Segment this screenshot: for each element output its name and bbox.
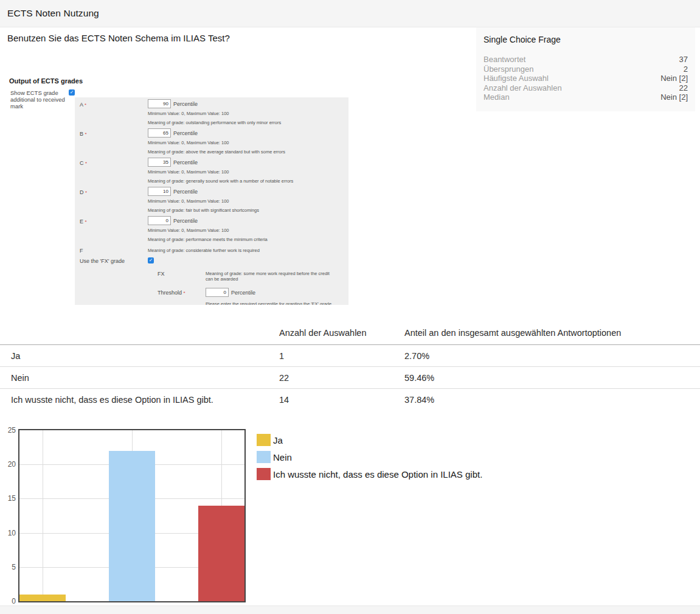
minmax-hint: Minimum Value: 0, Maximum Value: 100 — [148, 140, 342, 145]
grade-meaning: Meaning of grade: fair but with signific… — [148, 208, 342, 213]
stats-row: Anzahl der Auswahlen22 — [483, 83, 688, 93]
y-axis-tick-label: 15 — [8, 494, 16, 503]
stats-value: 37 — [679, 55, 688, 65]
percentile-input: 90 — [148, 99, 171, 108]
ects-grade-label: F — [80, 245, 148, 254]
survey-results-page: ECTS Noten Nutzung Benutzen Sie das ECTS… — [0, 0, 700, 614]
ects-settings-image: Output of ECTS grades Show ECTS grade ad… — [9, 77, 348, 305]
percentile-input: 0 — [148, 216, 171, 225]
chart-legend: JaNeinIch wusste nicht, dass es diese Op… — [257, 434, 482, 485]
fx-threshold-label: Threshold * — [158, 288, 206, 305]
stats-label: Anzahl der Auswahlen — [483, 83, 562, 93]
percentile-unit-label: Percentile — [173, 218, 198, 224]
page-title: ECTS Noten Nutzung — [7, 8, 99, 19]
fx-grade-meaning: Meaning of grade: some more work require… — [206, 269, 338, 282]
use-fx-checkbox: ✓ — [148, 257, 154, 263]
option-cell: Ja — [0, 345, 279, 367]
fx-threshold-row: Threshold * 0 Percentile Please enter th… — [158, 288, 342, 305]
fx-threshold-content: 0 Percentile Please enter the required p… — [206, 288, 333, 305]
percentile-input-line: 90Percentile — [148, 99, 342, 108]
share-cell: 37.84% — [404, 389, 700, 411]
show-ects-label: Show ECTS grade additional to received m… — [10, 89, 69, 110]
percentile-unit-label: Percentile — [231, 290, 255, 296]
percentile-unit-label: Percentile — [173, 130, 198, 136]
minmax-hint: Minimum Value: 0, Maximum Value: 100 — [148, 198, 342, 204]
ects-grade-row: C *35PercentileMinimum Value: 0, Maximum… — [80, 158, 342, 184]
ects-grade-content: 90PercentileMinimum Value: 0, Maximum Va… — [148, 99, 342, 125]
table-row: Nein2259.46% — [0, 367, 700, 389]
use-fx-row: Use the 'FX' grade ✓ — [80, 257, 342, 264]
legend-item: Nein — [257, 451, 482, 463]
answer-options-table: Anzahl der Auswahlen Anteil an den insge… — [0, 327, 700, 410]
required-marker: * — [85, 102, 86, 108]
ects-grade-row: A *90PercentileMinimum Value: 0, Maximum… — [80, 99, 342, 125]
ects-grade-content: 35PercentileMinimum Value: 0, Maximum Va… — [148, 158, 342, 184]
show-ects-checkbox: ✓ — [69, 89, 75, 96]
ects-grades-panel: A *90PercentileMinimum Value: 0, Maximum… — [75, 97, 348, 305]
legend-swatch — [257, 468, 271, 480]
stats-label: Beantwortet — [483, 55, 525, 65]
y-axis-tick-label: 0 — [12, 597, 16, 605]
grade-meaning: Meaning of grade: above the average stan… — [148, 149, 342, 155]
fx-threshold-input: 0 — [206, 288, 229, 297]
stats-value: 22 — [679, 83, 688, 93]
percentile-unit-label: Percentile — [173, 189, 198, 195]
percentile-unit-label: Percentile — [173, 101, 198, 107]
chart-y-axis: 0510152025 — [0, 429, 16, 602]
checkmark-icon: ✓ — [148, 257, 154, 263]
required-marker: * — [85, 161, 87, 166]
share-cell: 2.70% — [404, 345, 700, 367]
show-ects-row: Show ECTS grade additional to received m… — [10, 89, 83, 110]
question-text: Benutzen Sie das ECTS Noten Schema im IL… — [7, 33, 230, 43]
ects-grade-rows: A *90PercentileMinimum Value: 0, Maximum… — [80, 99, 342, 254]
chart-bar — [109, 451, 155, 601]
page-footer — [0, 605, 700, 614]
minmax-hint: Minimum Value: 0, Maximum Value: 100 — [148, 169, 342, 175]
share-cell: 59.46% — [404, 367, 700, 389]
count-cell: 14 — [279, 389, 404, 411]
percentile-input: 65 — [148, 128, 171, 138]
ects-grade-content: 65PercentileMinimum Value: 0, Maximum Va… — [148, 128, 342, 155]
ects-grade-label: C * — [80, 158, 148, 184]
stats-rows: Beantwortet37Übersprungen2Häufigste Ausw… — [483, 55, 688, 102]
chart-bar — [19, 595, 66, 601]
ects-grade-content: 10PercentileMinimum Value: 0, Maximum Va… — [148, 187, 342, 213]
stats-panel: Single Choice Frage Beantwortet37Überspr… — [476, 27, 695, 111]
y-axis-tick-label: 5 — [12, 563, 16, 571]
stats-value: 2 — [684, 65, 688, 74]
table-row: Ich wusste nicht, dass es diese Option i… — [0, 389, 700, 411]
ects-grade-content: Meaning of grade: considerable further w… — [148, 245, 342, 254]
fx-subsection: FX Meaning of grade: some more work requ… — [158, 269, 342, 305]
grade-meaning: Meaning of grade: generally sound work w… — [148, 178, 342, 184]
stats-row: MedianNein [2] — [483, 92, 688, 102]
legend-item: Ich wusste nicht, dass es diese Option i… — [257, 468, 482, 480]
ects-grade-row: D *10PercentileMinimum Value: 0, Maximum… — [80, 187, 342, 213]
ects-grade-label: A * — [80, 99, 148, 125]
percentile-input: 10 — [148, 187, 171, 196]
grade-meaning: Meaning of grade: outstanding performanc… — [148, 120, 342, 125]
legend-label: Nein — [273, 452, 292, 462]
ects-grade-content: 0PercentileMinimum Value: 0, Maximum Val… — [148, 216, 342, 242]
stats-value: Nein [2] — [660, 74, 688, 83]
percentile-input-line: 0Percentile — [148, 216, 342, 225]
required-marker: * — [184, 290, 185, 296]
ects-grade-row: FMeaning of grade: considerable further … — [80, 245, 342, 254]
ects-grade-label: D * — [80, 187, 148, 213]
percentile-input-line: 65Percentile — [148, 128, 342, 138]
minmax-hint: Minimum Value: 0, Maximum Value: 100 — [148, 228, 342, 233]
y-axis-tick-label: 25 — [8, 426, 16, 434]
stats-row: Beantwortet37 — [483, 55, 688, 65]
stats-label: Median — [483, 92, 510, 102]
stats-value: Nein [2] — [660, 92, 688, 102]
checkmark-icon: ✓ — [69, 89, 75, 96]
stats-label: Häufigste Auswahl — [483, 74, 549, 83]
legend-label: Ich wusste nicht, dass es diese Option i… — [273, 469, 482, 480]
page-header: ECTS Noten Nutzung — [0, 0, 700, 27]
y-axis-tick-label: 10 — [8, 529, 16, 537]
share-column-header: Anteil an den insgesamt ausgewählten Ant… — [404, 327, 700, 345]
stats-panel-title: Single Choice Frage — [483, 35, 688, 44]
percentile-input-line: 35Percentile — [148, 158, 342, 167]
y-axis-tick-label: 20 — [8, 460, 16, 469]
grade-meaning: Meaning of grade: performance meets the … — [148, 237, 342, 242]
percentile-input-line: 10Percentile — [148, 187, 342, 196]
